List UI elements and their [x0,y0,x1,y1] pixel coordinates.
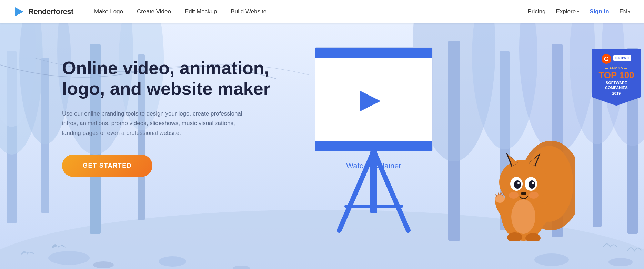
squirrel-character [485,110,575,242]
badge-top-text: TOP 100 [596,71,637,80]
lang-chevron-icon: ▾ [628,9,630,14]
logo-icon [14,6,26,18]
g2-logo-icon: G [602,54,611,64]
hero-content: Online video, animation, logo, and websi… [62,58,276,177]
svg-point-40 [499,160,547,205]
svg-point-23 [159,256,186,267]
chevron-down-icon: ▾ [577,9,579,14]
svg-point-50 [532,182,534,184]
badge-year-text: 2019 [596,91,637,96]
svg-point-51 [521,192,526,195]
svg-point-49 [517,182,520,184]
g2-badge: G CROWD — AMONG — TOP 100 SOFTWARECOMPAN… [592,49,641,106]
lang-label: EN [620,9,627,15]
signin-button[interactable]: Sign in [590,8,609,15]
svg-point-48 [529,180,535,189]
nav-create-video[interactable]: Create Video [137,8,171,15]
easel-illustration: Watch Explainer [288,37,460,244]
pricing-link[interactable]: Pricing [527,8,545,15]
badge-among-text: — AMONG — [596,67,637,70]
easel-area: Watch Explainer [288,37,460,237]
nav-links: Make Logo Create Video Edit Mockup Build… [94,8,528,15]
explore-label: Explore [556,8,576,15]
hero-subtitle: Use our online branding tools to design … [62,109,255,138]
svg-rect-29 [315,48,432,58]
nav-right: Pricing Explore ▾ Sign in EN ▾ [527,8,630,15]
logo-text: Renderforest [28,7,73,16]
navbar: Renderforest Make Logo Create Video Edit… [0,0,644,23]
nav-make-logo[interactable]: Make Logo [94,8,123,15]
badge-crowd-text: CROWD [613,55,631,61]
get-started-button[interactable]: GET STARTED [62,155,152,177]
nav-edit-mockup[interactable]: Edit Mockup [185,8,217,15]
svg-point-52 [509,192,519,199]
svg-point-26 [93,261,114,268]
nav-build-website[interactable]: Build Website [231,8,267,15]
logo[interactable]: Renderforest [14,6,73,18]
hero-section: Online video, animation, logo, and websi… [0,23,644,269]
language-selector[interactable]: EN ▾ [620,9,630,15]
g2-badge-container[interactable]: G CROWD — AMONG — TOP 100 SOFTWARECOMPAN… [592,49,641,106]
svg-point-56 [511,199,535,234]
explore-button[interactable]: Explore ▾ [556,8,579,15]
svg-point-22 [48,251,90,265]
svg-point-53 [529,192,539,199]
hero-title: Online video, animation, logo, and websi… [62,58,276,99]
svg-marker-0 [15,7,23,16]
svg-point-24 [534,253,569,266]
squirrel-svg [485,110,575,241]
badge-software-text: SOFTWARECOMPANIES [596,80,637,90]
svg-point-47 [514,180,521,189]
svg-point-25 [608,258,633,266]
